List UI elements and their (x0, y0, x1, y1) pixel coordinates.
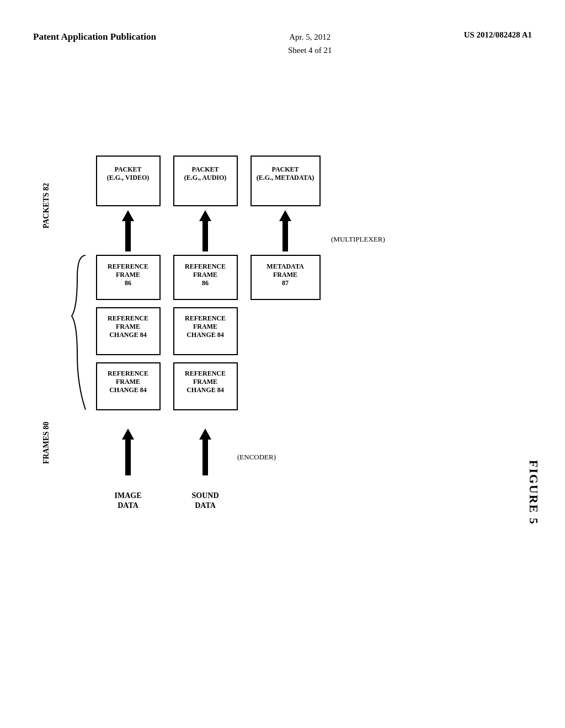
encoder-label: (ENCODER) (237, 453, 276, 461)
arrow-shaft-metadata (282, 221, 288, 251)
figure-label: FIGURE 5 (527, 460, 541, 525)
arrow-shaft-enc-video (125, 440, 131, 475)
diagram-svg: PACKETS 82 FRAMES 80 PACKET (E.G., VIDEO… (0, 79, 565, 719)
svg-text:FRAME: FRAME (116, 323, 140, 330)
arrow-shaft-enc-audio (202, 440, 208, 475)
svg-text:SOUND: SOUND (191, 491, 218, 500)
frames-brace (72, 255, 86, 410)
svg-text:PACKET: PACKET (191, 165, 218, 173)
svg-text:PACKET: PACKET (271, 165, 299, 173)
arrow-up-video (122, 210, 134, 221)
svg-text:FRAME: FRAME (193, 323, 217, 330)
svg-text:FRAME: FRAME (116, 378, 140, 386)
arrow-up-metadata (279, 210, 291, 221)
publication-number: US 2012/082428 A1 (464, 30, 532, 40)
svg-text:87: 87 (282, 279, 289, 287)
svg-text:REFERENCE: REFERENCE (185, 263, 226, 270)
svg-text:CHANGE 84: CHANGE 84 (109, 331, 147, 339)
svg-text:CHANGE 84: CHANGE 84 (186, 331, 224, 339)
frames-label: FRAMES 80 (42, 422, 50, 464)
svg-text:FRAME: FRAME (193, 271, 217, 279)
arrow-up-encoder-audio (199, 429, 211, 440)
publication-title: Patent Application Publication (33, 30, 156, 44)
svg-text:REFERENCE: REFERENCE (108, 314, 148, 322)
publication-date: Apr. 5, 2012 (289, 33, 331, 41)
svg-text:86: 86 (125, 279, 131, 287)
sound-data-label: DATA (195, 501, 216, 510)
svg-text:REFERENCE: REFERENCE (185, 314, 226, 322)
svg-text:REFERENCE: REFERENCE (108, 263, 148, 270)
svg-text:REFERENCE: REFERENCE (185, 370, 226, 377)
svg-text:(E.G., AUDIO): (E.G., AUDIO) (184, 174, 227, 181)
arrow-up-audio (199, 210, 211, 221)
page-header: Patent Application Publication Apr. 5, 2… (0, 0, 565, 68)
diagram-area: PACKETS 82 FRAMES 80 PACKET (E.G., VIDEO… (0, 79, 565, 719)
svg-text:(E.G., METADATA): (E.G., METADATA) (257, 174, 315, 181)
svg-text:PACKET: PACKET (114, 165, 141, 173)
arrow-shaft-audio (202, 221, 208, 251)
svg-text:IMAGE: IMAGE (115, 491, 142, 500)
svg-text:FRAME: FRAME (193, 378, 217, 386)
svg-text:(E.G., VIDEO): (E.G., VIDEO) (107, 174, 149, 181)
multiplexer-label: (MULTIPLEXER) (331, 235, 385, 243)
packets-label: PACKETS 82 (42, 183, 50, 229)
svg-text:REFERENCE: REFERENCE (108, 370, 148, 377)
svg-text:FRAME: FRAME (273, 271, 297, 279)
arrow-up-encoder-video (122, 429, 134, 440)
svg-text:FRAME: FRAME (116, 271, 140, 279)
svg-text:CHANGE 84: CHANGE 84 (186, 386, 224, 394)
svg-text:86: 86 (202, 279, 209, 287)
publication-date-sheet: Apr. 5, 2012 Sheet 4 of 21 (288, 30, 332, 57)
sheet-info: Sheet 4 of 21 (288, 46, 332, 55)
arrow-shaft-video (125, 221, 131, 251)
svg-text:METADATA: METADATA (266, 263, 304, 270)
image-data-label: DATA (118, 501, 138, 510)
svg-text:CHANGE 84: CHANGE 84 (109, 386, 147, 394)
